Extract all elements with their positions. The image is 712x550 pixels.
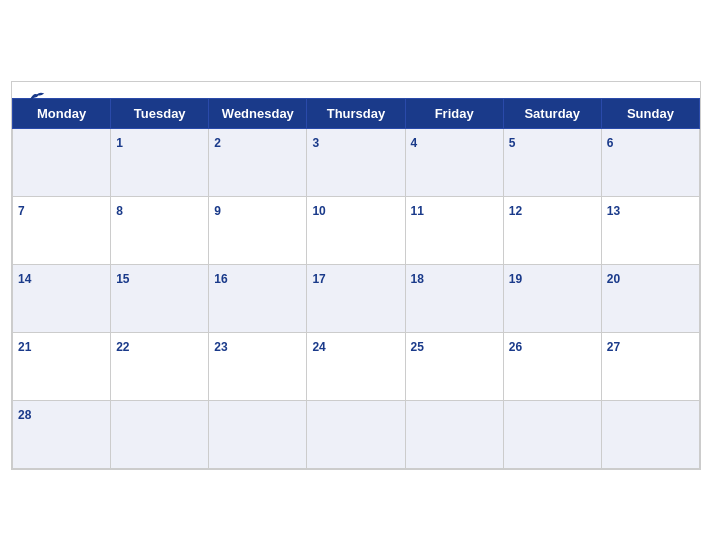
calendar-cell: 5 (503, 128, 601, 196)
calendar-cell: 15 (111, 264, 209, 332)
calendar-cell: 20 (601, 264, 699, 332)
calendar-cell: 12 (503, 196, 601, 264)
week-row-5: 28 (13, 400, 700, 468)
weekday-header-wednesday: Wednesday (209, 98, 307, 128)
calendar-container: MondayTuesdayWednesdayThursdayFridaySatu… (11, 81, 701, 470)
week-row-2: 78910111213 (13, 196, 700, 264)
calendar-cell: 3 (307, 128, 405, 196)
day-number: 11 (411, 204, 424, 218)
day-number: 27 (607, 340, 620, 354)
calendar-cell: 22 (111, 332, 209, 400)
day-number: 13 (607, 204, 620, 218)
day-number: 25 (411, 340, 424, 354)
calendar-cell: 2 (209, 128, 307, 196)
logo-blue-area (28, 90, 48, 104)
weekday-header-thursday: Thursday (307, 98, 405, 128)
day-number: 18 (411, 272, 424, 286)
day-number: 10 (312, 204, 325, 218)
calendar-cell: 19 (503, 264, 601, 332)
day-number: 24 (312, 340, 325, 354)
calendar-cell: 1 (111, 128, 209, 196)
calendar-cell (307, 400, 405, 468)
week-row-1: 123456 (13, 128, 700, 196)
calendar-cell: 9 (209, 196, 307, 264)
calendar-cell: 21 (13, 332, 111, 400)
calendar-cell: 18 (405, 264, 503, 332)
calendar-cell (13, 128, 111, 196)
day-number: 26 (509, 340, 522, 354)
day-number: 1 (116, 136, 123, 150)
day-number: 15 (116, 272, 129, 286)
day-number: 23 (214, 340, 227, 354)
day-number: 6 (607, 136, 614, 150)
calendar-cell (111, 400, 209, 468)
day-number: 20 (607, 272, 620, 286)
day-number: 16 (214, 272, 227, 286)
calendar-cell: 6 (601, 128, 699, 196)
day-number: 19 (509, 272, 522, 286)
calendar-cell: 7 (13, 196, 111, 264)
day-number: 14 (18, 272, 31, 286)
weekday-header-row: MondayTuesdayWednesdayThursdayFridaySatu… (13, 98, 700, 128)
calendar-cell (601, 400, 699, 468)
calendar-cell: 14 (13, 264, 111, 332)
logo-area (28, 90, 48, 104)
calendar-grid: MondayTuesdayWednesdayThursdayFridaySatu… (12, 98, 700, 469)
logo-bird-icon (28, 90, 46, 104)
weekday-header-saturday: Saturday (503, 98, 601, 128)
calendar-cell: 23 (209, 332, 307, 400)
calendar-cell (209, 400, 307, 468)
day-number: 22 (116, 340, 129, 354)
day-number: 3 (312, 136, 319, 150)
calendar-cell: 17 (307, 264, 405, 332)
day-number: 8 (116, 204, 123, 218)
calendar-cell: 26 (503, 332, 601, 400)
day-number: 17 (312, 272, 325, 286)
calendar-cell: 28 (13, 400, 111, 468)
calendar-cell: 16 (209, 264, 307, 332)
day-number: 12 (509, 204, 522, 218)
calendar-cell: 4 (405, 128, 503, 196)
day-number: 5 (509, 136, 516, 150)
day-number: 28 (18, 408, 31, 422)
calendar-header (12, 82, 700, 98)
calendar-cell: 27 (601, 332, 699, 400)
week-row-3: 14151617181920 (13, 264, 700, 332)
calendar-cell: 8 (111, 196, 209, 264)
calendar-cell (503, 400, 601, 468)
calendar-cell: 10 (307, 196, 405, 264)
day-number: 7 (18, 204, 25, 218)
calendar-cell (405, 400, 503, 468)
day-number: 2 (214, 136, 221, 150)
weekday-header-tuesday: Tuesday (111, 98, 209, 128)
calendar-cell: 13 (601, 196, 699, 264)
calendar-cell: 11 (405, 196, 503, 264)
calendar-cell: 24 (307, 332, 405, 400)
day-number: 4 (411, 136, 418, 150)
weekday-header-friday: Friday (405, 98, 503, 128)
day-number: 9 (214, 204, 221, 218)
calendar-cell: 25 (405, 332, 503, 400)
weekday-header-sunday: Sunday (601, 98, 699, 128)
week-row-4: 21222324252627 (13, 332, 700, 400)
day-number: 21 (18, 340, 31, 354)
